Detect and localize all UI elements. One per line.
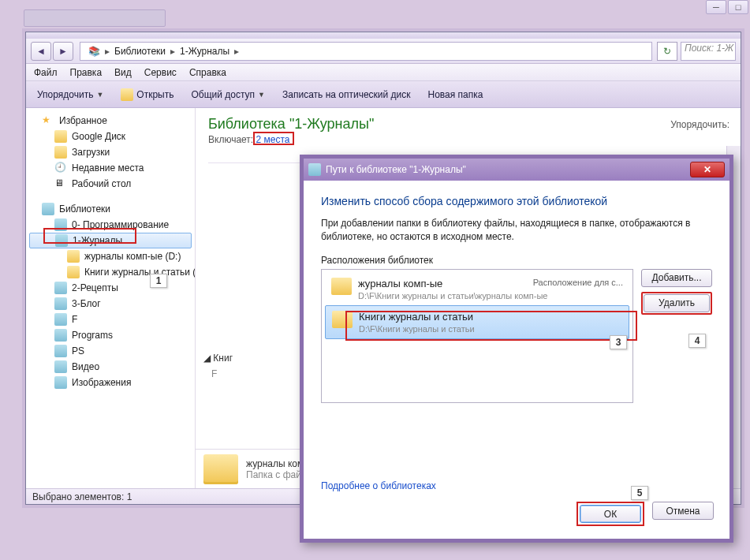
window-controls-bg: ─□ (706, 0, 748, 14)
location-path: D:\F\Книги журналы и статьи\журналы комп… (331, 291, 623, 301)
back-button[interactable]: ◄ (31, 42, 51, 61)
background-window-tab (24, 9, 166, 27)
group-sub: F (211, 368, 217, 379)
menu-help[interactable]: Справка (189, 67, 226, 78)
command-bar: Упорядочить▼ Открыть Общий доступ▼ Запис… (26, 81, 741, 108)
location-name: Книги журналы и статьи (332, 311, 622, 323)
nav-gdrive[interactable]: Google Диск (26, 129, 195, 144)
folder-icon (332, 311, 353, 328)
star-icon: ★ (42, 114, 54, 127)
library-icon (54, 297, 67, 310)
library-title: Библиотека "1-Журналы" (208, 116, 728, 133)
forward-button[interactable]: ► (53, 42, 73, 61)
nav-libraries[interactable]: Библиотеки (26, 201, 195, 217)
arrange-by[interactable]: Упорядочить: (670, 119, 729, 130)
annotation-tag-4: 4 (688, 334, 706, 348)
dialog-heading: Изменить способ сбора содержимого этой б… (321, 195, 712, 207)
navigation-bar: ◄ ► 📚 ▸ Библиотеки ▸ 1-Журналы ▸ ↻ Поиск… (26, 39, 741, 64)
library-icon (54, 376, 67, 389)
libraries-icon: 📚 (84, 46, 105, 57)
library-locations-dialog: Пути к библиотеке "1-Журналы" ✕ Изменить… (300, 155, 733, 543)
dialog-body: Изменить способ сбора содержимого этой б… (304, 181, 729, 539)
folder-icon (67, 266, 80, 278)
location-item-selected[interactable]: Книги журналы и статьи D:\F\Книги журнал… (325, 305, 629, 339)
folder-icon (203, 454, 238, 484)
search-input[interactable]: Поиск: 1-Ж (681, 42, 736, 61)
share-button[interactable]: Общий доступ▼ (186, 88, 270, 102)
group-row[interactable]: ◢ Книг (203, 353, 233, 364)
folder-icon (121, 88, 133, 101)
library-icon (54, 313, 67, 326)
nav-favorites[interactable]: ★Избранное (26, 113, 195, 129)
breadcrumb-seg[interactable]: 1-Журналы (175, 46, 234, 57)
dialog-description: При добавлении папки в библиотеку файлы,… (321, 217, 712, 244)
remove-button[interactable]: Удалить (644, 294, 710, 312)
desktop-icon: 🖥 (54, 177, 67, 190)
new-folder-button[interactable]: Новая папка (424, 88, 488, 102)
nav-desktop[interactable]: 🖥Рабочий стол (26, 176, 195, 192)
annotation-box-2 (253, 132, 294, 145)
breadcrumb-seg[interactable]: Библиотеки (110, 46, 170, 57)
annotation-tag-1: 1 (150, 274, 167, 288)
folder-icon (54, 130, 67, 143)
nav-lib-1a[interactable]: журналы комп-ые (D:) (26, 248, 195, 264)
dialog-titlebar[interactable]: Пути к библиотеке "1-Журналы" ✕ (304, 159, 729, 181)
folder-icon (331, 278, 352, 295)
address-bar[interactable]: 📚 ▸ Библиотеки ▸ 1-Журналы ▸ (80, 42, 652, 61)
nav-lib-1b[interactable]: Книги журналы и статьи (D:) (26, 264, 195, 280)
menu-file[interactable]: Файл (34, 67, 58, 78)
nav-video[interactable]: Видео (26, 359, 195, 375)
folder-icon (67, 250, 80, 263)
nav-lib-ps[interactable]: PS (26, 343, 195, 359)
nav-lib-f[interactable]: F (26, 312, 195, 327)
chevron-down-icon: ▼ (258, 91, 265, 99)
recent-icon: 🕘 (54, 162, 67, 174)
library-icon (308, 163, 321, 176)
annotation-tag-5: 5 (631, 486, 648, 500)
menu-service[interactable]: Сервис (144, 67, 177, 78)
navigation-pane[interactable]: ★Избранное Google Диск Загрузки 🕘Недавни… (26, 108, 196, 488)
library-icon (54, 360, 67, 373)
ok-button[interactable]: ОК (580, 505, 641, 523)
folder-icon (54, 146, 67, 159)
cancel-button[interactable]: Отмена (652, 502, 714, 520)
library-icon (54, 329, 67, 342)
nav-downloads[interactable]: Загрузки (26, 144, 195, 160)
menu-edit[interactable]: Правка (70, 67, 103, 78)
annotation-tag-3: 3 (610, 335, 627, 349)
default-badge: Расположение для с... (533, 278, 623, 287)
locations-listbox[interactable]: Расположение для с... журналы комп-ые D:… (321, 269, 633, 403)
chevron-down-icon: ▼ (96, 91, 103, 99)
learn-more-link[interactable]: Подробнее о библиотеках (321, 480, 436, 491)
menu-view[interactable]: Вид (114, 67, 132, 78)
burn-button[interactable]: Записать на оптический диск (278, 88, 416, 102)
library-icon (54, 345, 67, 357)
dialog-title: Пути к библиотеке "1-Журналы" (326, 164, 466, 175)
nav-images[interactable]: Изображения (26, 375, 195, 390)
menu-bar: Файл Правка Вид Сервис Справка (26, 64, 741, 81)
organize-button[interactable]: Упорядочить▼ (32, 88, 108, 102)
nav-recent[interactable]: 🕘Недавние места (26, 160, 195, 176)
library-icon (54, 282, 67, 294)
annotation-box-5: ОК (576, 502, 644, 526)
location-path: D:\F\Книги журналы и статьи (332, 324, 622, 334)
locations-label: Расположения библиотек (321, 255, 712, 266)
library-icon (42, 203, 54, 215)
refresh-button[interactable]: ↻ (657, 42, 677, 61)
close-button[interactable]: ✕ (690, 162, 725, 177)
window-titlebar[interactable] (26, 32, 741, 39)
nav-lib-3[interactable]: 3-Блог (26, 296, 195, 312)
nav-lib-programs[interactable]: Programs (26, 327, 195, 343)
annotation-box-1 (43, 228, 136, 244)
nav-lib-2[interactable]: 2-Рецепты (26, 280, 195, 296)
annotation-box-4: Удалить (641, 292, 712, 315)
location-item[interactable]: Расположение для с... журналы комп-ые D:… (325, 273, 629, 305)
open-button[interactable]: Открыть (116, 87, 178, 103)
add-button[interactable]: Добавить... (641, 269, 712, 287)
chevron-right-icon: ▸ (234, 46, 239, 57)
